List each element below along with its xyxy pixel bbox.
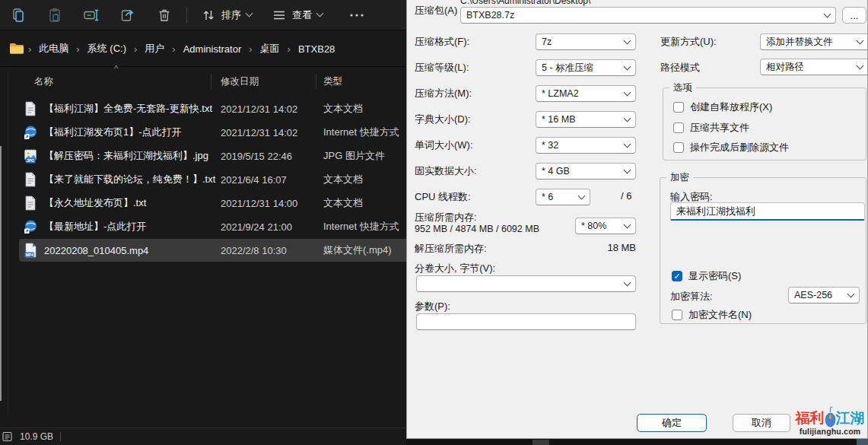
- method-value: * LZMA2: [542, 88, 579, 99]
- archive-label: 压缩包(A): [415, 4, 457, 17]
- path-mode-label: 路径模式: [660, 61, 700, 75]
- volume-size-label: 分卷大小, 字节(V):: [415, 262, 495, 275]
- chevron-down-icon: [857, 37, 864, 44]
- chevron-down-icon: [624, 221, 631, 228]
- more-options-button[interactable]: [339, 2, 375, 28]
- encryption-method-select[interactable]: AES-256: [788, 287, 860, 304]
- delete-after-label: 操作完成后删除源文件: [690, 141, 789, 154]
- show-password-label: 显示密码(S): [688, 269, 741, 283]
- view-icon: [272, 8, 287, 22]
- sort-icon: [201, 8, 216, 22]
- memory-usage-select[interactable]: * 80%: [575, 218, 636, 234]
- breadcrumb-item-btxb28[interactable]: BTXB28: [291, 40, 342, 58]
- chevron-down-icon: [824, 10, 831, 17]
- rename-button[interactable]: [73, 2, 110, 28]
- checkbox-unchecked-icon: [673, 142, 684, 153]
- jpg-file-icon: JPG: [24, 148, 37, 164]
- show-password-checkbox[interactable]: 显示密码(S): [672, 269, 741, 283]
- paste-icon: [47, 8, 62, 23]
- txt-file-icon: [24, 195, 37, 211]
- delete-button[interactable]: [146, 2, 183, 28]
- dictionary-size-value: * 16 MB: [542, 114, 575, 125]
- column-header-date[interactable]: 修改日期: [221, 75, 323, 88]
- archive-path: C:\Users\Administrator\Desktop\: [460, 0, 590, 6]
- breadcrumb-item-system-c[interactable]: 系统 (C:): [81, 39, 133, 59]
- breadcrumb-item-this-pc[interactable]: 此电脑: [32, 39, 75, 59]
- navigation-pane-divider: [8, 72, 8, 415]
- compress-shared-label: 压缩共享文件: [690, 121, 749, 135]
- txt-file-icon: [24, 172, 37, 187]
- cpu-threads-select[interactable]: * 6: [536, 189, 590, 205]
- solid-block-select[interactable]: * 4 GB: [536, 163, 636, 180]
- memory-compress-detail: 952 MB / 4874 MB / 6092 MB: [415, 224, 539, 234]
- file-name: 20220208_010405.mp4: [44, 245, 148, 256]
- column-resize-handle[interactable]: [211, 74, 211, 89]
- share-icon: [120, 8, 135, 23]
- level-select[interactable]: 5 - 标准压缩: [536, 59, 636, 76]
- parameters-input[interactable]: [416, 313, 636, 330]
- word-size-select[interactable]: * 32: [536, 137, 636, 154]
- status-divider: [60, 432, 61, 441]
- view-menu-button[interactable]: 查看: [262, 2, 332, 28]
- breadcrumb-item-users[interactable]: 用户: [138, 39, 171, 59]
- archive-name-combobox[interactable]: BTXB28.7z: [460, 7, 836, 24]
- update-mode-label: 更新方式(U):: [660, 35, 717, 49]
- column-resize-handle[interactable]: [316, 74, 316, 89]
- svg-text:JPG: JPG: [27, 158, 34, 163]
- solid-block-value: * 4 GB: [542, 166, 570, 176]
- cpu-threads-max: / 6: [621, 190, 631, 202]
- file-date: 2021/6/4 16:07: [221, 174, 323, 186]
- browse-button[interactable]: ...: [842, 7, 866, 24]
- ok-button[interactable]: 确定: [637, 414, 707, 432]
- breadcrumb-item-administrator[interactable]: Administrator: [176, 40, 249, 58]
- compress-shared-checkbox[interactable]: 压缩共享文件: [673, 121, 749, 135]
- add-to-archive-dialog: 压缩包(A) C:\Users\Administrator\Desktop\ B…: [406, 0, 868, 439]
- cancel-button-label: 取消: [752, 416, 771, 430]
- sort-menu-button[interactable]: 排序: [191, 2, 262, 28]
- delete-after-checkbox[interactable]: 操作完成后删除源文件: [673, 141, 789, 154]
- cpu-threads-label: CPU 线程数:: [415, 190, 471, 204]
- breadcrumb-separator: ›: [134, 43, 137, 55]
- volume-size-combobox[interactable]: [416, 275, 636, 292]
- taskbar-artifact: [533, 440, 549, 445]
- memory-usage-value: * 80%: [581, 221, 606, 231]
- level-value: 5 - 标准压缩: [542, 62, 593, 75]
- column-header-name[interactable]: 名称: [19, 75, 221, 88]
- file-name: 【永久地址发布页】.txt: [44, 196, 146, 210]
- mouse-icon: [825, 405, 836, 428]
- chevron-down-icon: [624, 278, 631, 286]
- password-input[interactable]: [670, 202, 865, 221]
- encrypt-filenames-checkbox[interactable]: 加密文件名(N): [672, 308, 752, 322]
- share-button[interactable]: [110, 2, 146, 28]
- format-select[interactable]: 7z: [536, 33, 636, 50]
- chevron-down-icon: [624, 166, 631, 173]
- pane-splitter-handle[interactable]: [0, 146, 2, 401]
- encryption-method-value: AES-256: [794, 290, 832, 300]
- path-mode-select[interactable]: 相对路径: [760, 59, 868, 75]
- breadcrumb-separator: ›: [76, 43, 79, 55]
- file-date: 2019/5/15 22:46: [221, 151, 323, 162]
- file-name: 【最新地址】-点此打开: [44, 220, 146, 234]
- sort-menu-label: 排序: [221, 8, 241, 22]
- dictionary-size-select[interactable]: * 16 MB: [536, 111, 636, 128]
- breadcrumb-separator: ›: [172, 43, 175, 55]
- update-mode-select[interactable]: 添加并替换文件: [760, 33, 868, 50]
- path-mode-value: 相对路径: [766, 61, 804, 74]
- paste-button[interactable]: [37, 2, 73, 28]
- items-list-icon: [2, 431, 13, 442]
- breadcrumb-separator: ›: [249, 43, 252, 55]
- create-sfx-checkbox[interactable]: 创建自释放程序(X): [673, 100, 772, 114]
- method-select[interactable]: * LZMA2: [536, 85, 636, 102]
- ok-button-label: 确定: [662, 416, 682, 430]
- copy-button[interactable]: [0, 2, 37, 28]
- file-date: 2021/12/31 14:00: [221, 198, 323, 209]
- browse-label: ...: [851, 10, 859, 21]
- breadcrumb-item-desktop[interactable]: 桌面: [253, 39, 287, 59]
- taskbar-strip: [406, 439, 868, 445]
- options-group-title: 选项: [669, 81, 696, 94]
- txt-file-icon: [24, 101, 37, 116]
- cancel-button[interactable]: 取消: [733, 414, 790, 432]
- chevron-down-icon: [624, 88, 631, 96]
- memory-decompress-value: 18 MB: [582, 242, 636, 253]
- method-label: 压缩方法(M):: [415, 87, 472, 100]
